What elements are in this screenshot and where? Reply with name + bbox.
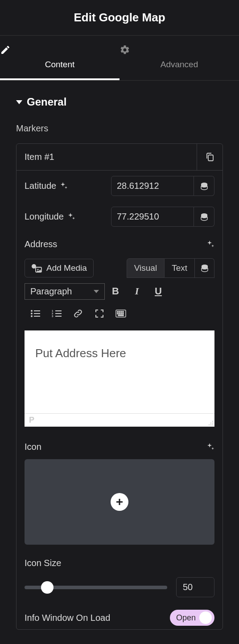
address-header: Address [16,232,223,253]
tab-content[interactable]: Content [0,36,120,80]
pencil-icon [0,45,120,55]
duplicate-button[interactable] [197,144,223,170]
sparkle-icon[interactable] [206,443,214,451]
format-select[interactable]: Paragraph [25,283,105,300]
svg-point-30 [210,423,211,424]
chevron-down-icon [16,100,22,104]
number-list-button[interactable]: 123 [46,305,67,322]
svg-rect-36 [116,501,123,503]
underline-button[interactable]: U [148,282,169,300]
resize-handle[interactable] [207,420,214,426]
longitude-input-group [111,207,214,227]
database-icon [201,264,209,272]
expand-icon [95,309,104,318]
editor-toolbar-1: Paragraph B I U [16,278,223,303]
svg-rect-26 [121,313,122,314]
section-general-header[interactable]: General [0,81,239,116]
svg-rect-27 [123,313,124,314]
icon-size-row: Icon Size [16,553,223,572]
editor-dynamic-button[interactable] [195,258,214,278]
link-button[interactable] [67,305,89,322]
longitude-dynamic-button[interactable] [194,207,214,227]
info-window-row: Info Window On Load Open [16,601,223,629]
svg-point-33 [210,424,211,425]
chevron-down-icon [94,290,99,293]
sparkle-icon[interactable] [206,240,214,249]
svg-rect-21 [119,311,120,312]
svg-rect-14 [55,310,62,311]
italic-button[interactable]: I [126,282,148,300]
icon-size-label: Icon Size [25,558,61,568]
tab-advanced-label: Advanced [161,60,198,69]
media-icon [31,264,42,273]
svg-rect-16 [55,313,62,314]
latitude-input-group [111,176,214,196]
info-window-toggle[interactable]: Open [170,610,214,626]
svg-rect-0 [208,155,213,161]
tab-advanced[interactable]: Advanced [120,36,239,80]
toolbar-toggle-button[interactable] [110,305,132,322]
svg-rect-22 [121,311,122,312]
svg-point-9 [31,313,33,314]
svg-point-7 [31,310,33,312]
svg-rect-23 [123,311,124,312]
svg-rect-24 [117,313,118,314]
longitude-label: Longitude [25,212,75,222]
slider-thumb[interactable] [41,581,54,594]
svg-rect-25 [119,313,120,314]
fullscreen-button[interactable] [89,305,110,322]
add-media-button[interactable]: Add Media [25,259,94,277]
panel-header: Edit Google Map [0,0,239,36]
list-ol-icon: 123 [52,310,62,318]
editor-header: Add Media Visual Text [16,253,223,278]
icon-upload[interactable] [25,459,214,545]
database-icon [200,182,208,190]
info-window-label: Info Window On Load [25,613,110,623]
address-editor[interactable]: Put Address Here [25,330,214,413]
svg-rect-20 [117,311,118,312]
latitude-label: Latitude [25,181,68,191]
svg-rect-12 [34,316,40,317]
editor-toolbar-2: 123 [16,303,223,327]
svg-rect-10 [34,313,40,314]
marker-item-header[interactable]: Item #1 [16,144,223,171]
svg-point-31 [212,423,213,424]
marker-item-title: Item #1 [16,144,197,170]
copy-icon [206,152,214,162]
editor-tab-text[interactable]: Text [165,258,195,278]
editor-footer: P [25,413,214,427]
plus-icon [111,493,128,511]
sparkle-icon[interactable] [67,213,75,221]
longitude-input[interactable] [111,207,194,227]
latitude-row: Latitude [16,171,223,201]
editor-tab-visual[interactable]: Visual [127,258,165,278]
svg-point-32 [209,424,210,425]
editor-mode-tabs: Visual Text [127,258,214,278]
panel-title: Edit Google Map [0,11,239,24]
icon-header: Icon [16,435,223,457]
svg-point-29 [212,421,213,422]
keyboard-icon [115,310,126,318]
icon-size-control [16,572,223,601]
icon-size-input[interactable] [176,577,214,597]
svg-point-5 [37,269,39,270]
database-icon [200,213,208,221]
svg-text:3: 3 [52,315,54,318]
latitude-dynamic-button[interactable] [194,176,214,196]
section-general-title: General [27,96,66,108]
toggle-knob [199,611,212,624]
svg-point-34 [212,424,213,425]
icon-label: Icon [25,442,41,452]
latitude-input[interactable] [111,176,194,196]
sparkle-icon[interactable] [60,182,68,190]
address-label: Address [25,239,57,249]
svg-rect-8 [34,310,40,311]
svg-point-11 [31,315,33,317]
tab-content-label: Content [45,60,75,69]
editor-path[interactable]: P [29,416,34,425]
svg-rect-18 [55,316,62,317]
bold-button[interactable]: B [105,282,126,300]
main-tabs: Content Advanced [0,36,239,81]
icon-size-slider[interactable] [25,586,167,589]
bullet-list-button[interactable] [25,305,46,322]
